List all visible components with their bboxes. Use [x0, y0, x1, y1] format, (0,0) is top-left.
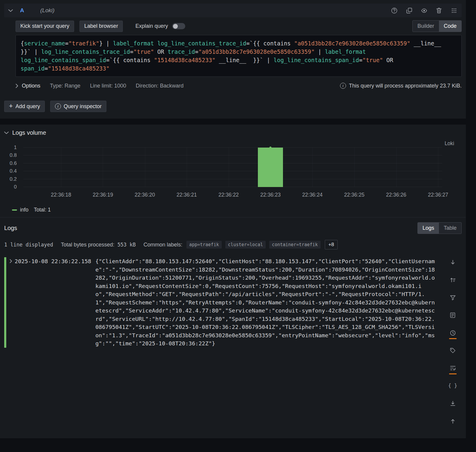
duplicate-query-icon[interactable]	[405, 7, 413, 14]
info-icon: i	[340, 83, 346, 89]
logs-view-group: Logs Table	[417, 222, 462, 234]
query-ref-id[interactable]: A	[20, 7, 24, 14]
query-actions-row: + Add query i Query inspector	[4, 101, 462, 112]
log-message: {"ClientAddr":"88.180.153.147:52640","Cl…	[95, 257, 435, 348]
query-row-header: A (Loki)	[4, 4, 462, 17]
query-row-actions	[391, 7, 457, 14]
log-level-indicator	[4, 257, 6, 348]
datasource-badge: Loki	[445, 140, 454, 147]
logs-volume-collapse-chevron-icon[interactable]	[4, 131, 9, 134]
logs-volume-bar	[258, 148, 283, 187]
drag-handle-icon[interactable]	[450, 7, 457, 14]
process-estimate-text: This query will process approximately 23…	[349, 83, 462, 89]
options-label[interactable]: Options	[22, 83, 40, 89]
log-timestamp: 2025-10-08 22:36:22.158	[15, 257, 91, 266]
logs-volume-plot	[23, 148, 442, 187]
filter-icon[interactable]	[450, 294, 456, 301]
scroll-to-bottom-icon[interactable]	[450, 259, 456, 266]
logs-panel: Logs Logs Table 1 line displayed Total b…	[0, 217, 466, 438]
bytes-processed-value: 553 kB	[117, 242, 136, 248]
results-area: Logs volume Loki 00.20.40.60.81 22:36:18…	[0, 125, 466, 438]
log-rows: 2025-10-08 22:36:22.158 {"ClientAddr":"8…	[4, 257, 462, 348]
options-direction: Direction: Backward	[136, 83, 183, 89]
logs-volume-title: Logs volume	[12, 129, 46, 136]
common-label-chip: app=traefik	[186, 241, 221, 249]
label-browser-button[interactable]: Label browser	[79, 21, 123, 32]
info-icon: i	[55, 103, 61, 109]
datasource-name: (Loki)	[40, 7, 55, 14]
mode-code-button[interactable]: Code	[439, 21, 461, 32]
download-logs-icon[interactable]	[450, 400, 456, 407]
add-query-button[interactable]: + Add query	[4, 101, 45, 112]
common-labels-label: Common labels:	[143, 242, 182, 248]
common-label-chip: container=traefik	[269, 241, 321, 249]
logs-controls-rail: { }	[447, 259, 459, 435]
logs-volume-ylabels: 00.20.40.60.81	[4, 148, 20, 187]
logs-volume-panel: Logs volume Loki 00.20.40.60.81 22:36:18…	[0, 125, 466, 217]
query-code[interactable]: {service_name="traefik"} | label_format …	[16, 35, 462, 77]
editor-mode-group: Builder Code	[412, 20, 462, 32]
log-row-expand-chevron-icon[interactable]	[10, 259, 12, 263]
logs-title: Logs	[4, 225, 17, 232]
logs-volume-xlabels: 22:36:1822:36:1922:36:2022:36:2122:36:22…	[23, 189, 442, 200]
more-labels-button[interactable]: +8	[325, 240, 338, 249]
query-toolbar: Kick start your query Label browser Expl…	[16, 20, 462, 32]
query-collapse-chevron-icon[interactable]	[8, 9, 13, 12]
legend-series-color	[12, 209, 17, 211]
logs-volume-chart: Loki 00.20.40.60.81 22:36:1822:36:1922:3…	[4, 148, 462, 200]
kick-start-query-button[interactable]: Kick start your query	[16, 21, 74, 32]
lines-displayed: 1 line displayed	[4, 242, 53, 248]
scroll-to-top-icon[interactable]	[450, 417, 456, 425]
legend-total: Total: 1	[34, 207, 50, 213]
plus-icon: +	[9, 103, 13, 109]
query-inspector-button[interactable]: i Query inspector	[50, 101, 106, 112]
query-options-row: Options Type: Range Line limit: 1000 Dir…	[16, 79, 462, 92]
logs-meta-row: 1 line displayed Total bytes processed: …	[4, 240, 462, 249]
options-line-limit: Line limit: 1000	[90, 83, 126, 89]
wrap-lines-toggle-icon[interactable]	[450, 364, 456, 372]
view-table-button[interactable]: Table	[439, 223, 461, 234]
options-type: Type: Range	[50, 83, 80, 89]
show-timestamps-toggle-icon[interactable]	[450, 329, 456, 336]
remove-query-trash-icon[interactable]	[435, 7, 443, 14]
log-document-icon[interactable]	[450, 312, 455, 319]
unique-labels-tag-icon[interactable]	[450, 347, 455, 354]
log-row[interactable]: 2025-10-08 22:36:22.158 {"ClientAddr":"8…	[4, 257, 435, 348]
options-chevron-icon[interactable]	[16, 84, 18, 88]
legend-series-label[interactable]: info	[20, 207, 28, 213]
bytes-processed-label: Total bytes processed:	[61, 242, 114, 248]
view-logs-button[interactable]: Logs	[418, 223, 439, 234]
common-labels-list: app=traefikcluster=localcontainer=traefi…	[186, 241, 320, 249]
explore-page: A (Loki) Kick star	[0, 0, 476, 438]
sort-order-icon[interactable]	[450, 276, 456, 284]
prettify-json-braces-icon[interactable]: { }	[448, 382, 457, 389]
query-editor: A (Loki) Kick star	[0, 0, 466, 119]
help-icon[interactable]	[391, 7, 398, 14]
mode-builder-button[interactable]: Builder	[413, 21, 439, 32]
common-label-chip: cluster=local	[225, 241, 266, 249]
hide-response-eye-icon[interactable]	[420, 7, 428, 14]
explain-query-toggle[interactable]	[172, 23, 185, 29]
logs-volume-legend: info Total: 1	[4, 207, 462, 213]
explain-query-label: Explain query	[135, 23, 168, 29]
